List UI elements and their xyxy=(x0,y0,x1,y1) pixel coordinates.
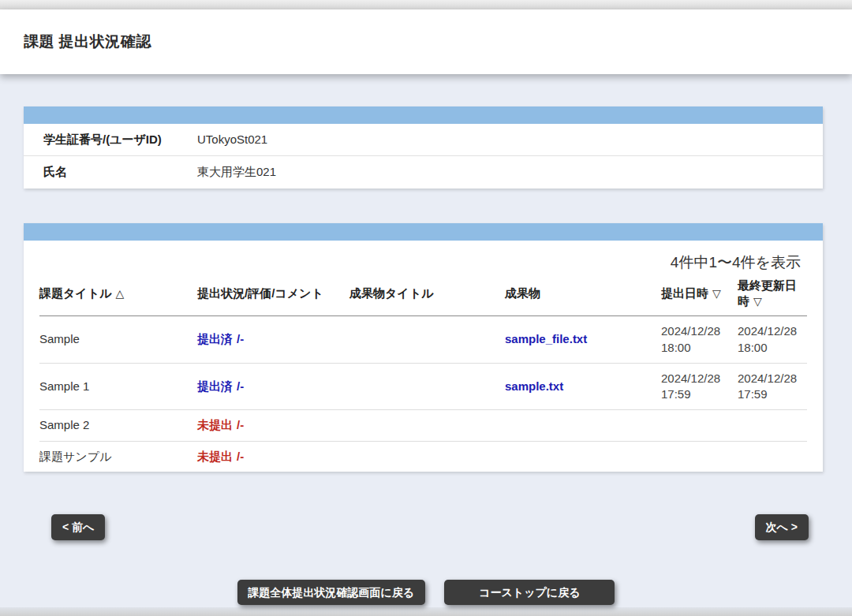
artifact-file-link[interactable]: sample_file.txt xyxy=(505,332,587,345)
sort-descending-icon[interactable]: ▽ xyxy=(712,287,721,300)
table-row: Sample 提出済/- sample_file.txt 2024/12/28 … xyxy=(39,316,807,364)
panel-accent-bar xyxy=(24,106,823,124)
student-id-value: UTokyoSt021 xyxy=(197,124,267,155)
page-title: 課題 提出状況確認 xyxy=(24,32,151,52)
bottom-actions-row: 課題全体提出状況確認画面に戻る コーストップに戻る xyxy=(0,580,852,606)
artifact-title-cell xyxy=(349,441,505,472)
main-content: 学生証番号/(ユーザID) UTokyoSt021 氏名 東大用学生021 4件… xyxy=(0,74,852,605)
updated-at-cell xyxy=(738,441,807,472)
result-count: 4件中1〜4件を表示 xyxy=(24,241,823,272)
column-header-label: 成果物タイトル xyxy=(349,286,433,300)
status-cell: 提出済/- xyxy=(197,363,349,410)
artifact-title-cell xyxy=(349,410,505,441)
artifact-cell xyxy=(505,410,661,441)
column-header-status: 提出状況/評価/コメント xyxy=(197,271,349,316)
column-header-label: 最終更新日時 xyxy=(738,278,797,308)
window-chrome-strip xyxy=(0,607,852,616)
submissions-table: 課題タイトル△ 提出状況/評価/コメント 成果物タイトル 成果物 提出日時▽ 最… xyxy=(39,271,807,472)
submission-status-link[interactable]: 提出済/- xyxy=(197,332,244,345)
submitted-at-cell xyxy=(661,410,738,441)
column-header-label: 課題タイトル xyxy=(39,286,111,300)
window-chrome-strip xyxy=(0,0,852,9)
table-row: Sample 2 未提出/- xyxy=(39,410,807,441)
updated-at-cell: 2024/12/28 17:59 xyxy=(738,363,807,410)
column-header-submitted-at[interactable]: 提出日時▽ xyxy=(661,271,738,316)
submissions-panel: 4件中1〜4件を表示 課題タイトル△ 提出状況/評価/コメント 成果物タイトル … xyxy=(24,223,823,472)
back-to-overview-button[interactable]: 課題全体提出状況確認画面に戻る xyxy=(237,580,426,606)
column-header-assignment-title[interactable]: 課題タイトル△ xyxy=(39,271,197,316)
sort-ascending-icon[interactable]: △ xyxy=(115,287,124,300)
student-id-label: 学生証番号/(ユーザID) xyxy=(43,124,197,155)
assignment-title-cell: 課題サンプル xyxy=(39,441,197,472)
panel-accent-bar xyxy=(24,223,823,241)
artifact-cell: sample_file.txt xyxy=(505,316,661,364)
table-header-row: 課題タイトル△ 提出状況/評価/コメント 成果物タイトル 成果物 提出日時▽ 最… xyxy=(39,271,807,316)
pagination-row: < 前へ 次へ > xyxy=(51,514,809,540)
status-cell: 未提出/- xyxy=(197,410,349,441)
artifact-title-cell xyxy=(349,316,505,364)
status-cell: 未提出/- xyxy=(197,441,349,472)
grade-text: /- xyxy=(237,379,244,393)
student-name-label: 氏名 xyxy=(43,156,197,188)
assignment-title-cell: Sample 1 xyxy=(39,363,197,410)
assignment-title-cell: Sample 2 xyxy=(39,410,197,441)
assignment-title-cell: Sample xyxy=(39,316,197,364)
submitted-at-cell xyxy=(661,441,738,472)
status-text: 提出済 xyxy=(197,379,233,393)
column-header-artifact: 成果物 xyxy=(505,271,661,316)
back-to-course-top-button[interactable]: コーストップに戻る xyxy=(444,580,615,606)
prev-page-button[interactable]: < 前へ xyxy=(51,514,105,540)
page-header: 課題 提出状況確認 xyxy=(0,9,852,74)
submission-status-link[interactable]: 提出済/- xyxy=(197,379,244,393)
student-id-row: 学生証番号/(ユーザID) UTokyoSt021 xyxy=(24,124,823,155)
updated-at-cell xyxy=(738,410,807,441)
column-header-label: 提出状況/評価/コメント xyxy=(197,286,323,300)
status-text: 提出済 xyxy=(197,332,233,345)
artifact-title-cell xyxy=(349,363,505,410)
table-row: Sample 1 提出済/- sample.txt 2024/12/28 17:… xyxy=(39,363,807,410)
column-header-label: 成果物 xyxy=(505,286,540,300)
column-header-label: 提出日時 xyxy=(661,286,708,300)
student-name-row: 氏名 東大用学生021 xyxy=(24,155,823,188)
column-header-updated-at[interactable]: 最終更新日時▽ xyxy=(738,271,807,316)
grade-text: /- xyxy=(237,450,244,463)
grade-text: /- xyxy=(237,332,244,345)
sort-descending-icon[interactable]: ▽ xyxy=(753,295,762,308)
submitted-at-cell: 2024/12/28 18:00 xyxy=(661,316,738,364)
grade-text: /- xyxy=(237,418,244,431)
status-cell: 提出済/- xyxy=(197,316,349,364)
updated-at-cell: 2024/12/28 18:00 xyxy=(738,316,807,364)
artifact-cell: sample.txt xyxy=(505,363,661,410)
next-page-button[interactable]: 次へ > xyxy=(755,514,809,540)
column-header-artifact-title: 成果物タイトル xyxy=(349,271,505,316)
table-row: 課題サンプル 未提出/- xyxy=(39,441,807,472)
student-name-value: 東大用学生021 xyxy=(197,156,276,188)
submitted-at-cell: 2024/12/28 17:59 xyxy=(661,363,738,410)
artifact-cell xyxy=(505,441,661,472)
artifact-file-link[interactable]: sample.txt xyxy=(505,379,563,393)
status-text: 未提出 xyxy=(197,450,233,463)
student-info-panel: 学生証番号/(ユーザID) UTokyoSt021 氏名 東大用学生021 xyxy=(24,106,823,189)
status-text: 未提出 xyxy=(197,418,233,431)
